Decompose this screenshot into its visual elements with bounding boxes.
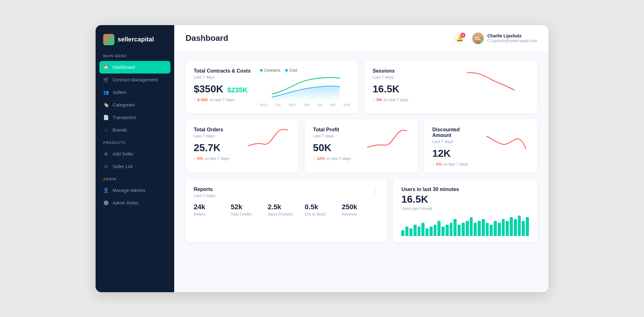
sidebar-item-brands[interactable]: ☆ Brands bbox=[96, 124, 174, 136]
sessions-svg-chart bbox=[452, 68, 529, 93]
main-content: Dashboard 🔔 4 CL Charlie Lipshutz C.Lips… bbox=[174, 25, 548, 292]
contracts-title: Total Contracts & Costs bbox=[194, 68, 254, 74]
bar bbox=[510, 217, 513, 236]
sellers-label: Sellers bbox=[194, 212, 231, 216]
user-name: Charlie Lipshutz bbox=[487, 33, 537, 39]
dashboard-body: Total Contracts & Costs Last 7 days $350… bbox=[174, 52, 548, 292]
sessions-card: Sessions Last 7 days 16.5K ↓ 3% vs last … bbox=[364, 61, 537, 113]
bar bbox=[434, 225, 437, 236]
orders-title: Total Orders bbox=[194, 127, 241, 133]
bar bbox=[418, 227, 421, 236]
orders-trend-label: vs last 7 days bbox=[205, 156, 230, 161]
contracts-trend-value: 8.56K bbox=[197, 97, 208, 102]
contracts-dot bbox=[260, 69, 263, 72]
avatar: CL bbox=[472, 32, 484, 45]
revenue-value: 250k bbox=[342, 203, 379, 211]
list-circle-icon: ⊙ bbox=[103, 164, 109, 169]
reports-subtitle: Last 7 Days bbox=[194, 193, 215, 198]
trend-up-arrow: ↑ bbox=[194, 97, 196, 102]
discount-svg-chart bbox=[482, 127, 529, 152]
sidebar-section-admin: ADMIN bbox=[96, 177, 174, 184]
out-stock-value: 0.5k bbox=[305, 203, 342, 211]
total-orders-card: Total Orders Last 7 days 25.7K ↑ 6% vs l… bbox=[186, 119, 298, 173]
sidebar-item-label: Brands bbox=[113, 128, 127, 133]
profit-subtitle: Last 7 days bbox=[313, 134, 360, 138]
reports-card: Reports Last 7 Days ⋮ 24k Sellers 52k To… bbox=[186, 179, 387, 242]
reports-title-group: Reports Last 7 Days bbox=[194, 187, 215, 198]
bar bbox=[430, 227, 433, 236]
bar bbox=[518, 216, 521, 236]
sidebar-item-label: Transaction bbox=[113, 115, 136, 120]
sidebar-item-label: Categories bbox=[113, 102, 135, 107]
contracts-subtitle: Last 7 days bbox=[194, 75, 254, 79]
bar bbox=[462, 223, 465, 236]
bar bbox=[466, 221, 469, 236]
admin-icon: 👤 bbox=[103, 188, 109, 193]
sidebar-item-manage-admins[interactable]: 👤 Manage Admins bbox=[96, 184, 174, 197]
sessions-inner: Sessions Last 7 days 16.5K ↓ 3% vs last … bbox=[373, 68, 529, 102]
sessions-title: Sessions bbox=[373, 68, 449, 74]
chart-days: MON TUE WED THU FRI SAT SUN bbox=[260, 103, 350, 107]
report-stat-sellers: 24k Sellers bbox=[194, 203, 231, 216]
document-icon: 📄 bbox=[103, 115, 109, 120]
sidebar-item-admin-roles[interactable]: ⚙️ Admin Roles bbox=[96, 197, 174, 209]
notification-badge: 4 bbox=[460, 33, 465, 38]
page-title: Dashboard bbox=[186, 33, 228, 43]
sidebar-item-transaction[interactable]: 📄 Transaction bbox=[96, 111, 174, 124]
report-stat-revenue: 250k Revenue bbox=[342, 203, 379, 216]
sessions-value: 16.5K bbox=[373, 83, 449, 95]
logo-text: sellercapital bbox=[118, 36, 154, 43]
bar bbox=[441, 227, 445, 236]
reports-header: Reports Last 7 Days ⋮ bbox=[194, 187, 379, 198]
trend-up-icon: ↑ bbox=[194, 156, 196, 161]
sidebar-item-label: Manage Admins bbox=[113, 188, 145, 193]
sessions-left: Sessions Last 7 days 16.5K ↓ 3% vs last … bbox=[373, 68, 449, 102]
stock-label: Stock Products bbox=[268, 212, 305, 216]
cost-dot bbox=[285, 69, 288, 72]
bar bbox=[470, 217, 473, 236]
bar bbox=[494, 221, 497, 236]
gear-icon: ⚙️ bbox=[103, 200, 109, 206]
trend-up-icon: ↑ bbox=[432, 162, 435, 167]
sidebar-item-sellers[interactable]: 👥 Sellers bbox=[96, 86, 174, 99]
notification-button[interactable]: 🔔 4 bbox=[453, 32, 466, 45]
sidebar-item-add-seller[interactable]: ⊕ Add Seller bbox=[96, 148, 174, 160]
legend-cost: Cost bbox=[285, 68, 297, 73]
users-value: 16.5K bbox=[401, 194, 529, 205]
report-stat-credits: 52k Total Credits bbox=[231, 203, 268, 216]
sidebar-item-categories[interactable]: 🏷️ Categories bbox=[96, 99, 174, 111]
sidebar-item-seller-list[interactable]: ⊙ Seller List bbox=[96, 160, 174, 173]
user-profile[interactable]: CL Charlie Lipshutz C.Lipshutz@sellercap… bbox=[472, 32, 537, 45]
sidebar-item-label: Sellers bbox=[113, 90, 126, 95]
sessions-subtitle: Last 7 days bbox=[373, 75, 449, 79]
users-icon: 👥 bbox=[103, 90, 109, 95]
sidebar: sellercapital MAIN MENU 🏠 Dashboard 🛒 Co… bbox=[96, 25, 174, 292]
reports-title: Reports bbox=[194, 187, 215, 192]
sidebar-section-main: MAIN MENU bbox=[96, 54, 174, 61]
sessions-trend-label: vs last 7 days bbox=[384, 97, 408, 102]
profit-trend: ↑ 12% vs last 7 days bbox=[313, 156, 360, 161]
reports-stats: 24k Sellers 52k Total Credits 2.5k Stock… bbox=[194, 203, 379, 216]
sidebar-item-contract-management[interactable]: 🛒 Contract Management bbox=[96, 74, 174, 86]
bar bbox=[506, 221, 509, 236]
contracts-value: $350K bbox=[194, 83, 223, 95]
bar bbox=[498, 223, 501, 236]
orders-trend: ↑ 6% vs last 7 days bbox=[194, 156, 241, 161]
top-bar-right: 🔔 4 CL Charlie Lipshutz C.Lipshutz@selle… bbox=[453, 32, 537, 45]
profit-value: 50K bbox=[313, 142, 360, 154]
bar bbox=[526, 217, 529, 236]
bar bbox=[486, 223, 489, 236]
sidebar-item-dashboard[interactable]: 🏠 Dashboard bbox=[99, 61, 170, 74]
bar bbox=[458, 225, 461, 236]
reports-menu-button[interactable]: ⋮ bbox=[372, 187, 379, 194]
discount-trend-label: vs last 7 days bbox=[443, 162, 468, 167]
logo-icon bbox=[103, 34, 114, 45]
discount-trend-value: 2% bbox=[436, 162, 442, 167]
sessions-chart bbox=[452, 68, 529, 95]
bar bbox=[502, 219, 505, 236]
sessions-trend-value: 3% bbox=[376, 97, 382, 102]
sidebar-item-label: Dashboard bbox=[113, 65, 135, 70]
bar bbox=[478, 221, 481, 236]
contracts-chart: Contracts Cost bbox=[260, 68, 350, 107]
users-subtitle: Users per minute bbox=[401, 206, 529, 211]
